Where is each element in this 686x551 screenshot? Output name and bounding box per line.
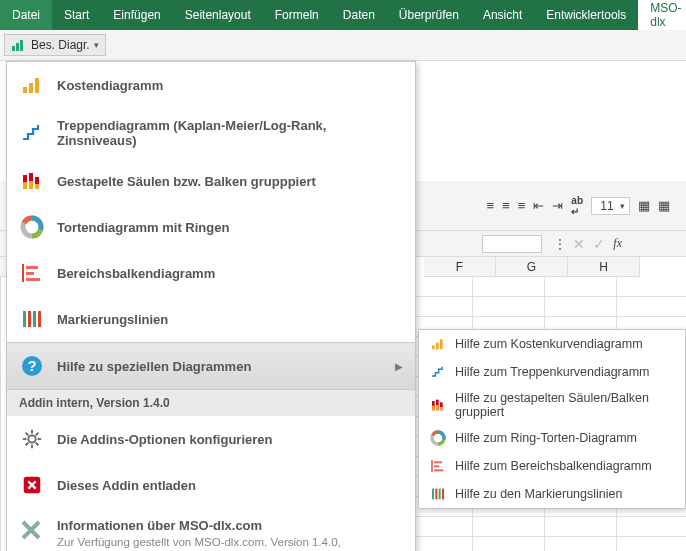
range-bars-icon [19, 260, 45, 286]
menu-icon[interactable]: ⋮ [554, 237, 565, 251]
ribbon-tab-entwicklertools[interactable]: Entwicklertools [534, 0, 638, 30]
menu-item[interactable]: Treppendiagramm (Kaplan-Meier/Log-Rank, … [7, 108, 415, 158]
ribbon-strip: Bes. Diagr. ▾ [0, 30, 686, 61]
submenu-item[interactable]: Hilfe zum Treppenkurvendiagramm [419, 358, 685, 386]
menu-item-label: Tortendiagramm mit Ringen [57, 220, 229, 235]
svg-rect-37 [432, 406, 435, 411]
cell[interactable] [473, 517, 545, 537]
menu-item[interactable]: Dieses Addin entladen [7, 462, 415, 508]
ribbon-tab-seitenlayout[interactable]: Seitenlayout [173, 0, 263, 30]
ribbon-tab-mso-dlx[interactable]: MSO-dlx [638, 0, 686, 30]
svg-rect-39 [436, 405, 439, 410]
align-icon[interactable]: ≡ [502, 198, 510, 213]
svg-rect-16 [26, 278, 40, 281]
svg-rect-43 [431, 460, 432, 472]
ribbon-tab-ansicht[interactable]: Ansicht [471, 0, 534, 30]
bes-diagr-menu: KostendiagrammTreppendiagramm (Kaplan-Me… [6, 61, 416, 551]
menu-item-info[interactable]: Informationen über MSO-dlx.comZur Verfüg… [7, 508, 415, 551]
indent-icon[interactable]: ⇥ [552, 198, 563, 213]
section-label: Addin intern, Version 1.4.0 [7, 390, 415, 416]
info-sub: Zur Verfügung gestellt von MSO-dlx.com. … [57, 535, 403, 551]
svg-rect-20 [38, 311, 41, 327]
svg-rect-34 [436, 343, 439, 350]
indent-icon[interactable]: ⇤ [533, 198, 544, 213]
submenu-item[interactable]: Hilfe zu gestapelten Säulen/Balken grupp… [419, 386, 685, 424]
cell[interactable] [617, 277, 686, 297]
help-submenu: Hilfe zum KostenkurvendiagrammHilfe zum … [418, 329, 686, 509]
bars-asc-icon [19, 72, 45, 98]
name-box[interactable] [482, 235, 542, 253]
svg-rect-35 [440, 339, 443, 349]
cell[interactable] [473, 277, 545, 297]
ribbon-tab-start[interactable]: Start [52, 0, 101, 30]
ribbon-tab-daten[interactable]: Daten [331, 0, 387, 30]
svg-rect-50 [442, 489, 444, 500]
ribbon-tab-einfügen[interactable]: Einfügen [101, 0, 172, 30]
submenu-item[interactable]: Hilfe zum Bereichsbalkendiagramm [419, 452, 685, 480]
cell[interactable] [545, 517, 617, 537]
submenu-item-label: Hilfe zum Ring-Torten-Diagramm [455, 431, 637, 445]
svg-rect-7 [23, 182, 27, 189]
cell[interactable] [473, 537, 545, 551]
column-header[interactable]: H [568, 257, 640, 277]
menu-item[interactable]: Tortendiagramm mit Ringen [7, 204, 415, 250]
submenu-item[interactable]: Hilfe zu den Markierungslinien [419, 480, 685, 508]
svg-rect-1 [16, 43, 19, 51]
svg-rect-17 [23, 311, 26, 327]
align-icon[interactable]: ≡ [518, 198, 526, 213]
menu-item[interactable]: Gestapelte Säulen bzw. Balken grupppiert [7, 158, 415, 204]
svg-rect-13 [22, 264, 24, 282]
fx-icon[interactable]: fx [613, 236, 622, 251]
submenu-item-label: Hilfe zu den Markierungslinien [455, 487, 622, 501]
svg-line-28 [26, 433, 29, 436]
cell[interactable] [545, 277, 617, 297]
cell[interactable] [617, 297, 686, 317]
svg-rect-5 [35, 78, 39, 93]
steps-icon [19, 120, 45, 146]
menu-item[interactable]: Bereichsbalkendiagramm [7, 250, 415, 296]
svg-rect-2 [20, 40, 23, 51]
align-icon[interactable]: ≡ [487, 198, 495, 213]
menu-item-label: Hilfe zu speziellen Diagrammen [57, 359, 251, 374]
submenu-item[interactable]: Hilfe zum Kostenkurvendiagramm [419, 330, 685, 358]
cancel-icon[interactable]: ✕ [573, 236, 585, 252]
help-icon: ? [19, 353, 45, 379]
ribbon-tab-formeln[interactable]: Formeln [263, 0, 331, 30]
svg-rect-18 [28, 311, 31, 327]
steps-icon [429, 363, 447, 381]
column-header[interactable]: G [496, 257, 568, 277]
ribbon-tab-datei[interactable]: Datei [0, 0, 52, 30]
cell[interactable] [617, 517, 686, 537]
marker-lines-icon [429, 485, 447, 503]
menu-item[interactable]: Markierungslinien [7, 296, 415, 342]
border-icon[interactable]: ▦ [658, 198, 670, 213]
svg-rect-14 [26, 266, 38, 269]
menu-item[interactable]: Die Addins-Optionen konfigurieren [7, 416, 415, 462]
bes-diagr-button[interactable]: Bes. Diagr. ▾ [4, 34, 106, 56]
cell[interactable] [545, 537, 617, 551]
font-size-box[interactable]: 11▾ [591, 197, 630, 215]
submenu-item[interactable]: Hilfe zum Ring-Torten-Diagramm [419, 424, 685, 452]
donut-icon [429, 429, 447, 447]
svg-rect-47 [432, 489, 434, 500]
menu-item-help[interactable]: ?Hilfe zu speziellen Diagrammen▶ [7, 342, 415, 390]
cell[interactable] [545, 297, 617, 317]
svg-rect-0 [12, 46, 15, 51]
menu-item-label: Dieses Addin entladen [57, 478, 196, 493]
cell[interactable] [473, 297, 545, 317]
border-icon[interactable]: ▦ [638, 198, 650, 213]
menu-item-label: Gestapelte Säulen bzw. Balken grupppiert [57, 174, 316, 189]
svg-rect-44 [434, 461, 442, 463]
column-header[interactable]: F [424, 257, 496, 277]
submenu-item-label: Hilfe zum Bereichsbalkendiagramm [455, 459, 652, 473]
chevron-down-icon: ▾ [94, 40, 99, 50]
check-icon[interactable]: ✓ [593, 236, 605, 252]
close-red-icon [19, 472, 45, 498]
svg-rect-3 [23, 87, 27, 93]
svg-text:?: ? [27, 357, 36, 374]
ribbon-tab-überprüfen[interactable]: Überprüfen [387, 0, 471, 30]
wrap-icon[interactable]: ab↵ [571, 195, 583, 217]
menu-item[interactable]: Kostendiagramm [7, 62, 415, 108]
cell[interactable] [617, 537, 686, 551]
svg-rect-45 [434, 465, 439, 467]
